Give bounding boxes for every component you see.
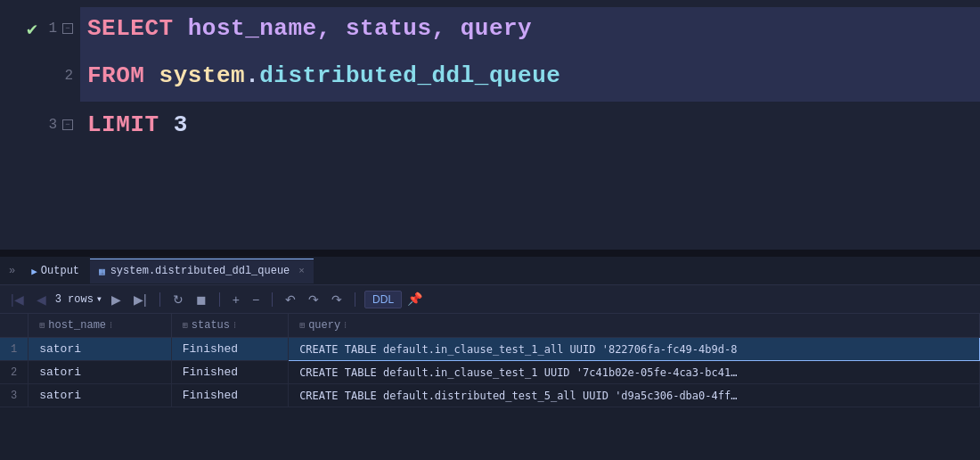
query-col-icon: ⊞ <box>299 320 305 331</box>
panel-expand-icon[interactable]: » <box>4 265 20 277</box>
col-header-status[interactable]: ⊞ status ⁝ <box>171 314 288 338</box>
tab-output[interactable]: ▶ Output <box>22 259 88 283</box>
line-num-row-1: ✔ 1 − <box>0 7 80 50</box>
line-number-1: 1 <box>43 21 57 37</box>
redo-btn-1[interactable]: ↷ <box>305 291 323 308</box>
output-tab-label: Output <box>41 265 79 277</box>
undo-btn[interactable]: ↶ <box>282 291 299 308</box>
cell-rownum: 2 <box>0 361 29 384</box>
hostname-col-label: host_name <box>48 319 106 332</box>
cell-query[interactable]: CREATE TABLE default.distributed_test_5_… <box>289 384 980 407</box>
ddl-btn[interactable]: DDL <box>364 291 402 308</box>
result-table-wrap: ⊞ host_name ⁝ ⊞ status ⁝ <box>0 314 980 460</box>
editor-area: ✔ 1 − 2 3 − SELECT host_name, status, qu… <box>0 0 980 250</box>
tab-table[interactable]: ▦ system.distributed_ddl_queue × <box>90 259 314 283</box>
col-header-query[interactable]: ⊞ query ⁝ <box>289 314 980 338</box>
output-tab-icon: ▶ <box>31 266 37 277</box>
nav-last-btn[interactable]: ▶| <box>130 291 151 308</box>
check-icon: ✔ <box>27 18 37 40</box>
pin-icon[interactable]: 📌 <box>407 292 422 307</box>
line-numbers: ✔ 1 − 2 3 − <box>0 0 80 250</box>
status-col-label: status <box>192 319 230 332</box>
status-col-icon: ⊞ <box>183 320 188 331</box>
line-number-3: 3 <box>43 117 57 133</box>
code-text-2: FROM system.distributed_ddl_queue <box>87 62 560 89</box>
status-col-sort[interactable]: ⁝ <box>233 320 236 331</box>
reload-btn[interactable]: ↻ <box>169 291 187 308</box>
collapse-btn-1[interactable]: − <box>62 23 73 34</box>
cell-hostname: satori <box>29 361 172 384</box>
cell-status: Finished <box>171 361 288 384</box>
nav-next-btn[interactable]: ▶ <box>108 291 125 308</box>
table-header-row: ⊞ host_name ⁝ ⊞ status ⁝ <box>0 314 980 338</box>
query-col-label: query <box>308 319 340 332</box>
rows-count: 3 rows <box>55 293 94 306</box>
cell-hostname: satori <box>29 338 172 361</box>
result-toolbar: |◀ ◀ 3 rows ▾ ▶ ▶| ↻ ◼ + − ↶ ↷ ↷ DDL 📌 <box>0 285 980 314</box>
line-num-row-2: 2 <box>0 50 80 102</box>
nav-first-btn[interactable]: |◀ <box>7 291 28 308</box>
hostname-col-sort[interactable]: ⁝ <box>110 320 112 331</box>
redo-btn-2[interactable]: ↷ <box>328 291 346 308</box>
table-tab-label: system.distributed_ddl_queue <box>110 265 290 277</box>
hostname-col-icon: ⊞ <box>39 320 45 331</box>
code-area: SELECT host_name, status, query FROM sys… <box>80 0 980 250</box>
query-col-sort[interactable]: ⁝ <box>344 320 347 331</box>
collapse-btn-3[interactable]: − <box>62 119 73 130</box>
col-header-rownum <box>0 314 29 338</box>
code-text-1: SELECT host_name, status, query <box>87 15 532 42</box>
table-row[interactable]: 1satoriFinishedCREATE TABLE default.in_c… <box>0 338 980 361</box>
toolbar-separator-4 <box>355 292 355 307</box>
rows-selector[interactable]: 3 rows ▾ <box>55 292 102 306</box>
rows-dropdown-arrow: ▾ <box>96 292 102 306</box>
bottom-panel: » ▶ Output ▦ system.distributed_ddl_queu… <box>0 257 980 460</box>
code-line-3[interactable]: LIMIT 3 <box>80 102 980 148</box>
remove-row-btn[interactable]: − <box>249 291 263 308</box>
cell-status: Finished <box>171 338 288 361</box>
toolbar-separator-1 <box>159 292 160 307</box>
code-text-3: LIMIT 3 <box>87 111 188 138</box>
cell-status: Finished <box>171 384 288 407</box>
add-row-btn[interactable]: + <box>229 291 243 308</box>
table-row[interactable]: 2satoriFinishedCREATE TABLE default.in_c… <box>0 361 980 384</box>
toolbar-separator-2 <box>219 292 220 307</box>
line-num-row-3: 3 − <box>0 102 80 148</box>
cell-rownum: 3 <box>0 384 29 407</box>
cell-hostname: satori <box>29 384 172 407</box>
table-tab-icon: ▦ <box>99 266 105 277</box>
tabs-bar: » ▶ Output ▦ system.distributed_ddl_queu… <box>0 257 980 285</box>
cell-rownum: 1 <box>0 338 29 361</box>
resize-divider[interactable] <box>0 250 980 257</box>
table-row[interactable]: 3satoriFinishedCREATE TABLE default.dist… <box>0 384 980 407</box>
stop-btn[interactable]: ◼ <box>192 291 210 308</box>
cell-query[interactable]: CREATE TABLE default.in_clause_test_1 UU… <box>289 361 980 384</box>
col-header-hostname[interactable]: ⊞ host_name ⁝ <box>29 314 172 338</box>
cell-query[interactable]: CREATE TABLE default.in_clause_test_1_al… <box>289 338 980 361</box>
tab-close-btn[interactable]: × <box>298 266 305 276</box>
code-line-1[interactable]: SELECT host_name, status, query <box>80 7 980 50</box>
line-number-2: 2 <box>59 68 73 84</box>
toolbar-separator-3 <box>272 292 273 307</box>
nav-prev-btn[interactable]: ◀ <box>33 291 50 308</box>
result-table: ⊞ host_name ⁝ ⊞ status ⁝ <box>0 314 980 407</box>
code-line-2[interactable]: FROM system.distributed_ddl_queue <box>80 50 980 102</box>
